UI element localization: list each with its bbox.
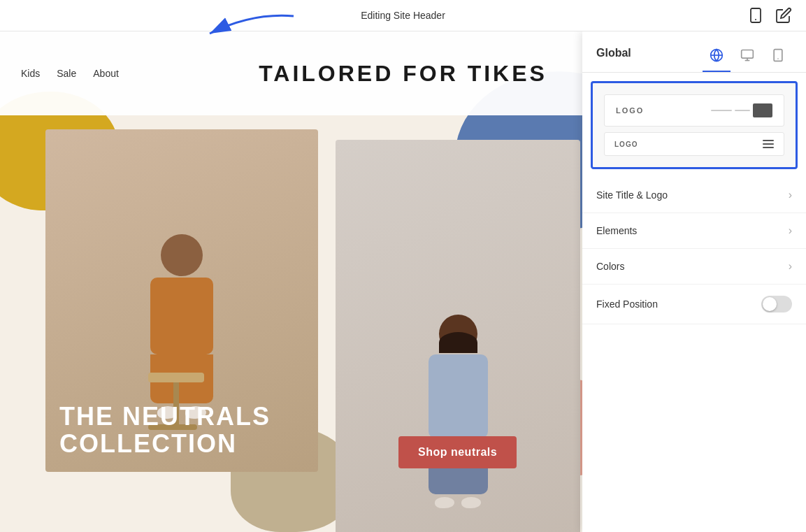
preview-logo-mobile: LOGO bbox=[614, 141, 638, 148]
mobile-icon bbox=[771, 48, 785, 62]
person-torso-left bbox=[150, 278, 213, 354]
settings-panel: Global bbox=[582, 31, 806, 532]
preview-nav-line-2 bbox=[735, 110, 750, 111]
neutrals-title-line1: THE NEUTRALS bbox=[59, 403, 271, 431]
site-title: TAILORED FOR TIKES bbox=[259, 61, 547, 87]
foot-right-2 bbox=[461, 497, 481, 508]
hamburger-line-1 bbox=[763, 140, 774, 141]
chevron-right-icon-elements: › bbox=[789, 224, 792, 237]
menu-label-colors: Colors bbox=[596, 261, 624, 272]
menu-item-fixed-position[interactable]: Fixed Position bbox=[582, 285, 806, 324]
desktop-preview-mock: LOGO bbox=[604, 94, 784, 127]
foot-right-1 bbox=[435, 497, 454, 508]
shop-neutrals-button[interactable]: Shop neutrals bbox=[398, 436, 517, 468]
header-preview-area: LOGO LOGO bbox=[591, 81, 798, 169]
nav-kids[interactable]: Kids bbox=[21, 68, 40, 79]
svg-point-4 bbox=[755, 19, 756, 20]
person-torso-right bbox=[429, 354, 488, 438]
svg-rect-11 bbox=[774, 50, 782, 62]
preview-logo-desktop: LOGO bbox=[616, 106, 644, 115]
editing-bar-label: Editing Site Header bbox=[361, 10, 445, 21]
tab-global[interactable] bbox=[703, 43, 731, 72]
tab-desktop[interactable] bbox=[733, 43, 761, 72]
preview-nav-line-1 bbox=[711, 110, 732, 111]
panel-title: Global bbox=[596, 47, 631, 68]
chevron-right-icon-site-title: › bbox=[789, 189, 792, 201]
preview-dark-box bbox=[753, 103, 772, 117]
menu-label-fixed-position: Fixed Position bbox=[596, 299, 658, 310]
person-head-left bbox=[161, 234, 203, 276]
panel-header: Global bbox=[582, 31, 806, 73]
preview-nav-lines bbox=[711, 103, 772, 117]
menu-label-site-title-logo: Site Title & Logo bbox=[596, 189, 668, 201]
stool-top bbox=[148, 373, 204, 382]
hamburger-line-2 bbox=[763, 143, 774, 145]
mobile-preview-mock: LOGO bbox=[604, 132, 784, 156]
neutrals-title-line2: COLLECTION bbox=[59, 430, 271, 458]
right-image: Shop neutrals bbox=[336, 140, 580, 532]
person-right bbox=[416, 315, 500, 496]
panel-menu: Site Title & Logo › Elements › Colors › … bbox=[582, 178, 806, 532]
mobile-device-icon[interactable] bbox=[747, 7, 764, 24]
menu-label-elements: Elements bbox=[596, 225, 637, 236]
hamburger-icon bbox=[763, 140, 774, 148]
chevron-right-icon-colors: › bbox=[789, 260, 792, 273]
tab-mobile[interactable] bbox=[764, 43, 792, 72]
panel-tabs bbox=[703, 43, 792, 72]
site-nav: Kids Sale About bbox=[21, 68, 119, 79]
collection-text-overlay: THE NEUTRALS COLLECTION bbox=[59, 403, 271, 458]
menu-item-elements[interactable]: Elements › bbox=[582, 213, 806, 249]
nav-sale[interactable]: Sale bbox=[57, 68, 76, 79]
globe-icon bbox=[710, 48, 724, 62]
menu-item-site-title-logo[interactable]: Site Title & Logo › bbox=[582, 178, 806, 213]
edit-pencil-icon[interactable] bbox=[775, 7, 792, 24]
person-feet-right bbox=[416, 497, 500, 508]
hamburger-line-3 bbox=[763, 147, 774, 148]
left-image: THE NEUTRALS COLLECTION bbox=[45, 129, 318, 472]
desktop-icon bbox=[740, 48, 754, 62]
svg-rect-8 bbox=[742, 50, 754, 59]
toggle-thumb bbox=[763, 297, 777, 311]
editing-bar-icons bbox=[747, 7, 792, 24]
svg-point-12 bbox=[777, 58, 779, 59]
editing-bar: Editing Site Header bbox=[0, 0, 806, 31]
menu-item-colors[interactable]: Colors › bbox=[582, 249, 806, 285]
fixed-position-toggle[interactable] bbox=[761, 296, 792, 312]
nav-about[interactable]: About bbox=[93, 68, 119, 79]
person-hair bbox=[439, 332, 477, 353]
